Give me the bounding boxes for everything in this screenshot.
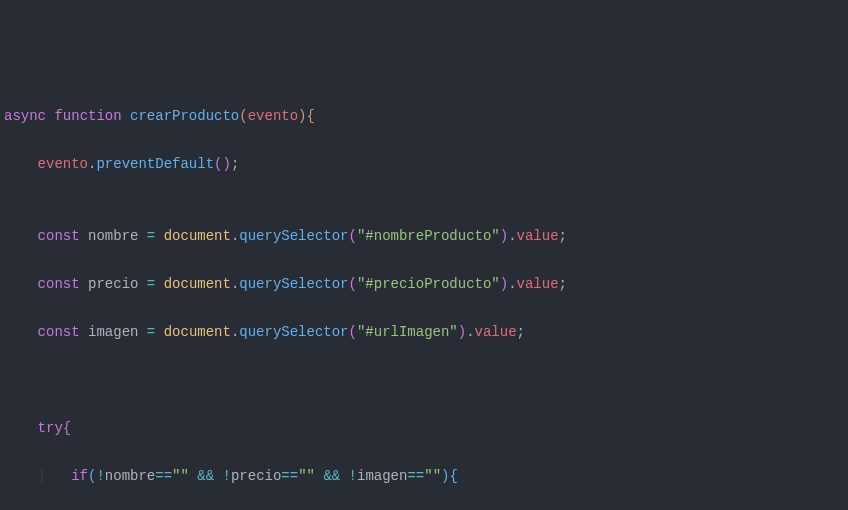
code-line-5: const precio = document.querySelector("#…: [4, 272, 844, 296]
code-line-1: async function crearProducto(evento){: [4, 104, 844, 128]
code-editor: async function crearProducto(evento){ ev…: [4, 104, 844, 510]
code-line-2: evento.preventDefault();: [4, 152, 844, 176]
code-line-6: const imagen = document.querySelector("#…: [4, 320, 844, 344]
code-line-4: const nombre = document.querySelector("#…: [4, 224, 844, 248]
code-line-10: │ if(!nombre=="" && !precio=="" && !imag…: [4, 464, 844, 488]
code-line-9: try{: [4, 416, 844, 440]
